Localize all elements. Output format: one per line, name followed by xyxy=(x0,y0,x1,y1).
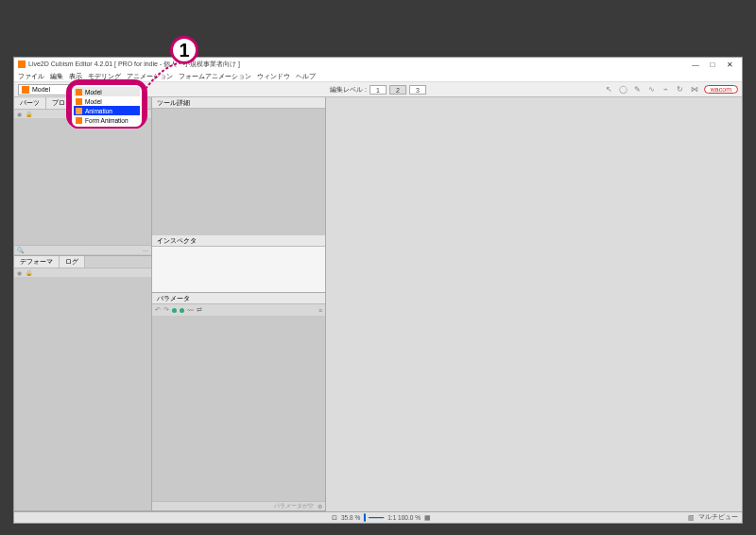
menu-edit[interactable]: 編集 xyxy=(50,72,63,81)
menu-view[interactable]: 表示 xyxy=(69,72,82,81)
menubar: ファイル 編集 表示 モデリング アニメーション フォームアニメーション ウィン… xyxy=(14,71,742,82)
tool-icon-group: ↖ ◯ ✎ ∿ ⌁ ↻ ⋈ xyxy=(604,84,700,95)
parameter-footer: パラメータが空 ⚙ xyxy=(152,501,325,510)
fit-icon[interactable]: ⊡ xyxy=(332,514,337,522)
key-2-icon[interactable] xyxy=(172,308,177,313)
tab-deformer[interactable]: デフォーマ xyxy=(14,256,60,268)
level-2[interactable]: 2 xyxy=(389,85,406,95)
titlebar: Live2D Cubism Editor 4.2.01 [ PRO for in… xyxy=(14,58,742,71)
dropdown-item-form-animation[interactable]: Form Animation xyxy=(74,115,140,125)
tool-detail-header: ツール詳細 xyxy=(152,97,325,109)
dropdown-item-model[interactable]: Model xyxy=(74,96,140,106)
animation-icon xyxy=(76,108,82,114)
model-icon xyxy=(76,89,82,95)
scale-info: 1:1 100.0 % xyxy=(387,514,421,521)
lock-icon[interactable]: 🔒 xyxy=(26,111,32,117)
model-icon xyxy=(76,98,82,105)
param-menu-icon[interactable]: ≡ xyxy=(318,307,322,314)
middle-column: ツール詳細 インスペクタ パラメータ ↶ ↷ 〰 ⇄ ≡ xyxy=(152,97,326,511)
form-animation-icon xyxy=(76,117,82,124)
redo-icon[interactable]: ↷ xyxy=(163,306,169,314)
lasso-tool-icon[interactable]: ◯ xyxy=(618,84,629,95)
rotate-tool-icon[interactable]: ↻ xyxy=(675,84,686,95)
app-icon xyxy=(18,60,26,68)
brush-tool-icon[interactable]: ✎ xyxy=(632,84,644,95)
path-tool-icon[interactable]: ⌁ xyxy=(661,84,672,95)
tab-parts[interactable]: パーツ xyxy=(14,97,46,109)
param-empty-label: パラメータが空 xyxy=(274,502,314,510)
mode-icon xyxy=(22,86,29,94)
menu-help[interactable]: ヘルプ xyxy=(296,72,316,81)
multiview-label: マルチビュー xyxy=(698,513,738,522)
window-title: Live2D Cubism Editor 4.2.01 [ PRO for in… xyxy=(28,60,240,69)
menu-animation[interactable]: アニメーション xyxy=(127,72,173,81)
wacom-badge[interactable]: wacom xyxy=(704,85,738,94)
parameter-toolbar: ↶ ↷ 〰 ⇄ ≡ xyxy=(152,304,325,316)
arrow-tool-icon[interactable]: ↖ xyxy=(604,84,615,95)
level-3[interactable]: 3 xyxy=(409,85,426,95)
left-column: パーツ プロジェクト ◉ 🔒 🔍 ⋯ デフォーマ ログ xyxy=(14,97,152,511)
parameter-header: パラメータ xyxy=(152,293,325,304)
adjust-icon[interactable]: ⇄ xyxy=(197,306,202,314)
annotation-badge-1: 1 xyxy=(170,36,198,64)
mesh-tool-icon[interactable]: ⋈ xyxy=(689,84,700,95)
mode-dropdown-menu: Model Model Animation Form Animation xyxy=(70,83,144,129)
lock-icon[interactable]: 🔒 xyxy=(26,269,32,276)
maximize-button[interactable]: □ xyxy=(704,60,721,69)
menu-modeling[interactable]: モデリング xyxy=(88,72,121,81)
menu-file[interactable]: ファイル xyxy=(18,72,44,81)
key-graph-icon[interactable]: 〰 xyxy=(187,307,194,314)
visibility-icon[interactable]: ◉ xyxy=(17,269,22,276)
mode-selected-label: Model xyxy=(32,86,50,93)
search-icon[interactable]: 🔍 xyxy=(17,247,24,253)
gear-icon[interactable]: ⚙ xyxy=(318,503,322,509)
zoom-slider[interactable]: ▍━━━━ xyxy=(364,514,384,522)
key-3-icon[interactable] xyxy=(180,308,184,313)
canvas-viewport[interactable] xyxy=(326,97,742,511)
zoom-value: 35.8 % xyxy=(341,514,360,521)
close-button[interactable]: ✕ xyxy=(721,60,738,69)
edit-level-label: 編集レベル : xyxy=(330,85,367,95)
multiview-icon[interactable]: ▥ xyxy=(688,514,695,522)
grid-icon[interactable]: ▦ xyxy=(424,514,431,522)
tab-log[interactable]: ログ xyxy=(60,256,85,268)
edit-level-control: 編集レベル : 1 2 3 xyxy=(330,85,426,95)
glue-tool-icon[interactable]: ∿ xyxy=(646,84,658,95)
workspace: パーツ プロジェクト ◉ 🔒 🔍 ⋯ デフォーマ ログ xyxy=(14,97,742,511)
statusbar: ⊡ 35.8 % ▍━━━━ 1:1 100.0 % ▦ ▥ マルチビュー xyxy=(14,511,742,523)
undo-icon[interactable]: ↶ xyxy=(155,306,161,314)
deformer-toolbar: ◉ 🔒 xyxy=(14,268,151,277)
inspector-body xyxy=(152,247,325,292)
minimize-button[interactable]: — xyxy=(687,60,704,69)
dropdown-item-animation[interactable]: Animation xyxy=(74,106,140,115)
more-icon[interactable]: ⋯ xyxy=(143,247,148,253)
parameter-body xyxy=(152,316,325,501)
menu-form-animation[interactable]: フォームアニメーション xyxy=(179,72,251,81)
inspector-header: インスペクタ xyxy=(152,235,325,247)
visibility-icon[interactable]: ◉ xyxy=(17,111,22,117)
tool-detail-body xyxy=(152,109,325,235)
parts-footer: 🔍 ⋯ xyxy=(14,245,151,254)
parts-panel-body xyxy=(14,118,151,245)
menu-window[interactable]: ウィンドウ xyxy=(257,72,290,81)
level-1[interactable]: 1 xyxy=(369,85,387,95)
dropdown-current[interactable]: Model xyxy=(74,87,140,96)
